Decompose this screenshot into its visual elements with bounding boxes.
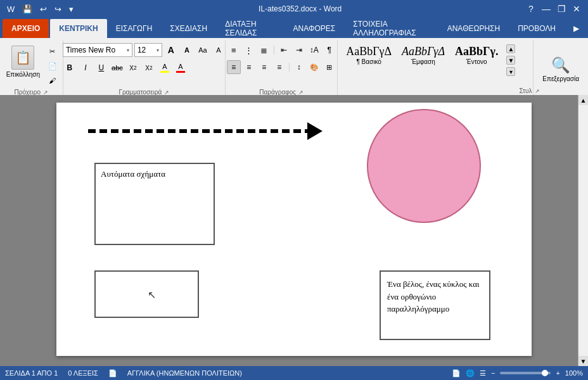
ribbon: 📋 Επικόλληση ✂ 📄 🖌 Πρόχειρο ↗ Times New … xyxy=(0,38,588,99)
style-emphasis-preview: AaBbΓγΔ xyxy=(402,46,445,57)
view-print-icon[interactable]: 📄 xyxy=(452,369,461,377)
tab-arquivo[interactable]: ΑΡΧΕΙΟ xyxy=(3,19,49,38)
window-title: IL-ates0352.docx - Word xyxy=(75,4,525,13)
para-row1: ≡ ⋮ ≣ ⇤ ⇥ ↕A ¶ xyxy=(227,43,336,57)
font-expand-icon[interactable]: ↗ xyxy=(164,89,169,96)
tab-ketriki[interactable]: ΚΕΝΤΡΙΚΗ xyxy=(50,19,106,38)
scroll-down-button[interactable]: ▼ xyxy=(578,356,589,366)
tab-diataksi[interactable]: ΔΙΑΤΑΞΗ ΣΕΛΙΔΑΣ xyxy=(216,19,284,38)
clipboard-group: 📋 Επικόλληση ✂ 📄 🖌 Πρόχειρο ↗ xyxy=(0,41,63,98)
justify-button[interactable]: ≡ xyxy=(272,60,286,74)
increase-indent-button[interactable]: ⇥ xyxy=(292,43,306,57)
tab-provoli[interactable]: ΠΡΟΒΟΛΗ xyxy=(509,19,565,38)
close-button[interactable]: ✕ xyxy=(570,3,583,15)
font-color-button[interactable]: A xyxy=(174,61,188,75)
tab-anafores[interactable]: ΑΝΑΦΟΡΕΣ xyxy=(284,19,345,38)
font-row1: Times New Ro ▾ 12 ▾ A A Aa A xyxy=(63,43,226,57)
para-row2: ≡ ≡ ≡ ≡ ↕ 🎨 ⊞ xyxy=(227,60,336,74)
zoom-out-button[interactable]: − xyxy=(491,369,495,377)
superscript-button[interactable]: X2 xyxy=(142,61,156,75)
customize-qat-icon[interactable]: ▾ xyxy=(67,3,75,15)
style-basic-label: ¶ Βασικό xyxy=(356,58,381,65)
strikethrough-button[interactable]: abc xyxy=(110,61,124,75)
styles-scroll-up[interactable]: ▲ xyxy=(506,44,515,53)
edit-group: 🔍 Επεξεργασία xyxy=(534,41,588,98)
clear-format-button[interactable]: A xyxy=(212,43,226,57)
shapes-label: Αυτόματα σχήματα xyxy=(101,169,165,179)
underline-button[interactable]: U xyxy=(94,61,108,75)
title-bar-controls: ? — ❐ ✕ xyxy=(525,3,583,15)
status-bar: ΣΕΛΙΔΑ 1 ΑΠΟ 1 0 ΛΕΞΕΙΣ 📄 ΑΓΓΛΙΚΑ (ΗΝΩΜΕ… xyxy=(0,366,588,380)
document-page: Αυτόματα σχήματα ↖ Ένα βέλος, ένας κύκλο… xyxy=(56,103,532,356)
title-bar-left: W 💾 ↩ ↪ ▾ xyxy=(5,3,75,15)
para-expand-icon[interactable]: ↗ xyxy=(298,89,304,96)
paste-icon: 📋 xyxy=(11,46,34,70)
styles-group: AaBbΓγΔ ¶ Βασικό AaBbΓγΔ Έμφαση AaBbΓγ. … xyxy=(338,41,534,98)
styles-scroll-controls: ▲ ▼ ▾ xyxy=(505,43,516,77)
para-separator1 xyxy=(274,46,274,54)
font-group: Times New Ro ▾ 12 ▾ A A Aa A B I U abc X… xyxy=(63,41,226,98)
help-button[interactable]: ? xyxy=(525,3,537,15)
subscript-button[interactable]: X2 xyxy=(126,61,140,75)
font-grow-button[interactable]: A xyxy=(164,43,178,57)
clipboard-expand-icon[interactable]: ↗ xyxy=(43,89,48,96)
edit-button[interactable]: 🔍 Επεξεργασία xyxy=(537,54,584,85)
zoom-slider[interactable] xyxy=(500,372,551,374)
zoom-thumb xyxy=(542,370,548,376)
view-outline-icon[interactable]: ☰ xyxy=(480,369,486,377)
styles-scroll-down[interactable]: ▼ xyxy=(506,56,515,65)
style-strong[interactable]: AaBbΓγ. Έντονο xyxy=(451,43,502,68)
language-label: ΑΓΓΛΙΚΑ (ΗΝΩΜΕΝΩΝ ΠΟΛΙΤΕΙΩΝ) xyxy=(127,369,242,377)
font-name-dropdown-arrow: ▾ xyxy=(127,48,129,53)
align-right-button[interactable]: ≡ xyxy=(257,60,271,74)
font-size-value: 12 xyxy=(137,46,146,54)
font-name-select[interactable]: Times New Ro ▾ xyxy=(63,43,132,57)
borders-button[interactable]: ⊞ xyxy=(323,60,336,74)
shading-button[interactable]: 🎨 xyxy=(307,60,321,74)
multilevel-list-button[interactable]: ≣ xyxy=(257,43,271,57)
page-info: ΣΕΛΙΔΑ 1 ΑΠΟ 1 xyxy=(5,369,58,377)
font-size-select[interactable]: 12 ▾ xyxy=(134,43,162,57)
shapes-rectangle2: ↖ xyxy=(94,270,199,318)
zoom-in-button[interactable]: + xyxy=(556,369,559,377)
undo-icon[interactable]: ↩ xyxy=(38,3,49,15)
save-icon[interactable]: 💾 xyxy=(20,3,34,15)
highlight-color-button[interactable]: A xyxy=(158,61,172,75)
copy-button[interactable]: 📄 xyxy=(45,59,60,73)
restore-button[interactable]: ❐ xyxy=(555,3,568,15)
tab-schedisi[interactable]: ΣΧΕΔΙΑΣΗ xyxy=(161,19,216,38)
format-painter-button[interactable]: 🖌 xyxy=(45,73,60,87)
paste-button[interactable]: 📋 Επικόλληση xyxy=(3,43,44,80)
dashed-line xyxy=(88,129,307,133)
sort-button[interactable]: ↕A xyxy=(307,43,321,57)
minimize-button[interactable]: — xyxy=(540,3,553,15)
style-basic[interactable]: AaBbΓγΔ ¶ Βασικό xyxy=(342,43,396,68)
view-web-icon[interactable]: 🌐 xyxy=(466,369,475,377)
font-shrink-button[interactable]: A xyxy=(180,43,194,57)
change-case-button[interactable]: Aa xyxy=(196,43,210,57)
show-formatting-button[interactable]: ¶ xyxy=(323,43,336,57)
italic-button[interactable]: I xyxy=(79,61,93,75)
pink-circle-shape xyxy=(367,109,481,223)
status-right: 📄 🌐 ☰ − + 100% xyxy=(452,369,583,377)
style-strong-label: Έντονο xyxy=(466,58,487,65)
tab-stoixeia[interactable]: ΣΤΟΙΧΕΙΑ ΑΛΛΗΛΟΓΡΑΦΙΑΣ xyxy=(344,19,438,38)
scroll-up-button[interactable]: ▲ xyxy=(578,95,589,105)
style-emphasis[interactable]: AaBbΓγΔ Έμφαση xyxy=(397,43,449,68)
cut-button[interactable]: ✂ xyxy=(45,44,60,58)
clipboard-small-buttons: ✂ 📄 🖌 xyxy=(45,44,60,87)
align-left-button[interactable]: ≡ xyxy=(227,60,241,74)
para-controls: ≡ ⋮ ≣ ⇤ ⇥ ↕A ¶ ≡ ≡ ≡ ≡ ↕ 🎨 ⊞ xyxy=(227,43,336,75)
paste-label: Επικόλληση xyxy=(6,71,40,78)
line-spacing-button[interactable]: ↕ xyxy=(292,60,306,74)
styles-scroll-expand[interactable]: ▾ xyxy=(506,67,515,76)
redo-icon[interactable]: ↪ xyxy=(53,3,63,15)
numbered-list-button[interactable]: ⋮ xyxy=(242,43,256,57)
tab-more[interactable]: ▶ xyxy=(565,19,588,38)
tab-eisagogi[interactable]: ΕΙΣΑΓΩΓΗ xyxy=(107,19,162,38)
bold-button[interactable]: B xyxy=(63,61,77,75)
tab-anathewrisi[interactable]: ΑΝΑΘΕΩΡΗΣΗ xyxy=(438,19,509,38)
decrease-indent-button[interactable]: ⇤ xyxy=(277,43,291,57)
align-center-button[interactable]: ≡ xyxy=(242,60,256,74)
bullet-list-button[interactable]: ≡ xyxy=(227,43,241,57)
